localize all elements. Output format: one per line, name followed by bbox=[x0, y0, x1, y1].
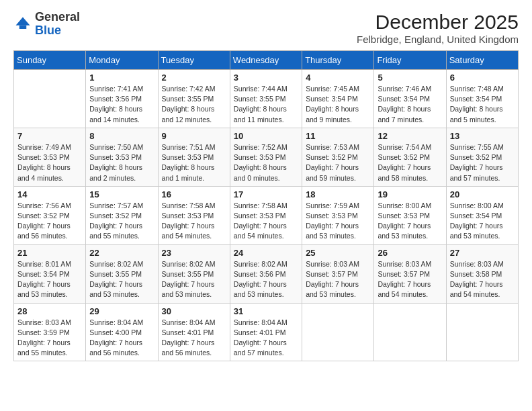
calendar-day-cell: 25Sunrise: 8:03 AM Sunset: 3:57 PM Dayli… bbox=[302, 244, 374, 303]
calendar-header-row: Sunday Monday Tuesday Wednesday Thursday… bbox=[14, 51, 519, 70]
day-number: 6 bbox=[450, 73, 515, 83]
day-info: Sunrise: 7:52 AM Sunset: 3:53 PM Dayligh… bbox=[234, 142, 298, 183]
day-info: Sunrise: 7:55 AM Sunset: 3:52 PM Dayligh… bbox=[450, 142, 515, 183]
calendar-day-cell: 11Sunrise: 7:53 AM Sunset: 3:52 PM Dayli… bbox=[302, 128, 374, 186]
day-info: Sunrise: 7:54 AM Sunset: 3:52 PM Dayligh… bbox=[378, 142, 442, 183]
calendar-day-cell: 5Sunrise: 7:46 AM Sunset: 3:54 PM Daylig… bbox=[374, 70, 446, 128]
logo-blue: Blue bbox=[35, 24, 61, 37]
day-info: Sunrise: 7:41 AM Sunset: 3:56 PM Dayligh… bbox=[89, 84, 154, 125]
calendar-day-cell: 28Sunrise: 8:03 AM Sunset: 3:59 PM Dayli… bbox=[14, 303, 86, 361]
day-info: Sunrise: 8:04 AM Sunset: 4:01 PM Dayligh… bbox=[234, 318, 298, 359]
calendar-day-cell: 22Sunrise: 8:02 AM Sunset: 3:55 PM Dayli… bbox=[86, 244, 158, 303]
day-number: 19 bbox=[378, 189, 442, 199]
day-info: Sunrise: 7:56 AM Sunset: 3:52 PM Dayligh… bbox=[17, 201, 82, 242]
day-info: Sunrise: 8:03 AM Sunset: 3:57 PM Dayligh… bbox=[378, 259, 442, 300]
calendar-day-cell: 19Sunrise: 8:00 AM Sunset: 3:53 PM Dayli… bbox=[374, 186, 446, 244]
day-info: Sunrise: 8:04 AM Sunset: 4:01 PM Dayligh… bbox=[162, 318, 226, 359]
day-info: Sunrise: 7:46 AM Sunset: 3:54 PM Dayligh… bbox=[378, 84, 442, 125]
calendar-day-cell: 7Sunrise: 7:49 AM Sunset: 3:53 PM Daylig… bbox=[14, 128, 86, 186]
col-wednesday: Wednesday bbox=[230, 51, 302, 70]
day-info: Sunrise: 7:57 AM Sunset: 3:52 PM Dayligh… bbox=[89, 201, 154, 242]
calendar-day-cell: 6Sunrise: 7:48 AM Sunset: 3:54 PM Daylig… bbox=[446, 70, 518, 128]
day-number: 4 bbox=[306, 73, 370, 83]
day-info: Sunrise: 8:01 AM Sunset: 3:54 PM Dayligh… bbox=[17, 259, 82, 300]
calendar-day-cell: 1Sunrise: 7:41 AM Sunset: 3:56 PM Daylig… bbox=[86, 70, 158, 128]
day-info: Sunrise: 7:59 AM Sunset: 3:53 PM Dayligh… bbox=[306, 201, 370, 242]
day-number: 15 bbox=[89, 189, 154, 199]
day-info: Sunrise: 7:49 AM Sunset: 3:53 PM Dayligh… bbox=[17, 142, 82, 183]
day-info: Sunrise: 8:02 AM Sunset: 3:55 PM Dayligh… bbox=[89, 259, 154, 300]
col-monday: Monday bbox=[86, 51, 158, 70]
day-number: 20 bbox=[450, 189, 515, 199]
day-info: Sunrise: 7:42 AM Sunset: 3:55 PM Dayligh… bbox=[162, 84, 226, 125]
title-block: December 2025 Felbridge, England, United… bbox=[357, 11, 519, 45]
day-number: 11 bbox=[306, 131, 370, 141]
calendar-day-cell: 31Sunrise: 8:04 AM Sunset: 4:01 PM Dayli… bbox=[230, 303, 302, 361]
calendar-day-cell: 13Sunrise: 7:55 AM Sunset: 3:52 PM Dayli… bbox=[446, 128, 518, 186]
page-container: General Blue December 2025 Felbridge, En… bbox=[0, 0, 532, 368]
logo: General Blue bbox=[13, 11, 80, 38]
calendar-day-cell: 16Sunrise: 7:58 AM Sunset: 3:53 PM Dayli… bbox=[158, 186, 230, 244]
calendar-day-cell: 18Sunrise: 7:59 AM Sunset: 3:53 PM Dayli… bbox=[302, 186, 374, 244]
calendar-day-cell bbox=[446, 303, 518, 361]
calendar-day-cell bbox=[302, 303, 374, 361]
col-thursday: Thursday bbox=[302, 51, 374, 70]
svg-marker-0 bbox=[16, 17, 30, 25]
day-number: 7 bbox=[17, 131, 82, 141]
calendar-day-cell: 3Sunrise: 7:44 AM Sunset: 3:55 PM Daylig… bbox=[230, 70, 302, 128]
day-number: 22 bbox=[89, 248, 154, 258]
day-number: 16 bbox=[162, 189, 226, 199]
logo-icon bbox=[13, 15, 32, 34]
day-info: Sunrise: 7:48 AM Sunset: 3:54 PM Dayligh… bbox=[450, 84, 515, 125]
calendar-day-cell bbox=[374, 303, 446, 361]
day-number: 28 bbox=[17, 306, 82, 316]
day-number: 25 bbox=[306, 248, 370, 258]
logo-text: General Blue bbox=[35, 11, 80, 38]
day-number: 24 bbox=[234, 248, 298, 258]
day-number: 23 bbox=[162, 248, 226, 258]
location: Felbridge, England, United Kingdom bbox=[357, 34, 519, 45]
day-info: Sunrise: 7:45 AM Sunset: 3:54 PM Dayligh… bbox=[306, 84, 370, 125]
calendar-day-cell: 29Sunrise: 8:04 AM Sunset: 4:00 PM Dayli… bbox=[86, 303, 158, 361]
day-number: 31 bbox=[234, 306, 298, 316]
calendar-day-cell: 4Sunrise: 7:45 AM Sunset: 3:54 PM Daylig… bbox=[302, 70, 374, 128]
day-number: 26 bbox=[378, 248, 442, 258]
calendar-day-cell: 23Sunrise: 8:02 AM Sunset: 3:55 PM Dayli… bbox=[158, 244, 230, 303]
calendar-day-cell: 8Sunrise: 7:50 AM Sunset: 3:53 PM Daylig… bbox=[86, 128, 158, 186]
calendar-day-cell: 10Sunrise: 7:52 AM Sunset: 3:53 PM Dayli… bbox=[230, 128, 302, 186]
day-info: Sunrise: 8:02 AM Sunset: 3:55 PM Dayligh… bbox=[162, 259, 226, 300]
day-number: 8 bbox=[89, 131, 154, 141]
day-number: 12 bbox=[378, 131, 442, 141]
month-title: December 2025 bbox=[357, 11, 519, 34]
day-number: 18 bbox=[306, 189, 370, 199]
day-info: Sunrise: 8:02 AM Sunset: 3:56 PM Dayligh… bbox=[234, 259, 298, 300]
day-info: Sunrise: 8:03 AM Sunset: 3:59 PM Dayligh… bbox=[17, 318, 82, 359]
day-number: 9 bbox=[162, 131, 226, 141]
day-info: Sunrise: 7:44 AM Sunset: 3:55 PM Dayligh… bbox=[234, 84, 298, 125]
calendar-day-cell: 9Sunrise: 7:51 AM Sunset: 3:53 PM Daylig… bbox=[158, 128, 230, 186]
calendar-day-cell: 26Sunrise: 8:03 AM Sunset: 3:57 PM Dayli… bbox=[374, 244, 446, 303]
calendar-day-cell: 17Sunrise: 7:58 AM Sunset: 3:53 PM Dayli… bbox=[230, 186, 302, 244]
day-info: Sunrise: 8:04 AM Sunset: 4:00 PM Dayligh… bbox=[89, 318, 154, 359]
calendar-week-row: 28Sunrise: 8:03 AM Sunset: 3:59 PM Dayli… bbox=[14, 303, 519, 361]
calendar-table: Sunday Monday Tuesday Wednesday Thursday… bbox=[13, 50, 519, 361]
day-number: 17 bbox=[234, 189, 298, 199]
calendar-day-cell: 14Sunrise: 7:56 AM Sunset: 3:52 PM Dayli… bbox=[14, 186, 86, 244]
col-friday: Friday bbox=[374, 51, 446, 70]
calendar-week-row: 14Sunrise: 7:56 AM Sunset: 3:52 PM Dayli… bbox=[14, 186, 519, 244]
day-number: 5 bbox=[378, 73, 442, 83]
day-number: 21 bbox=[17, 248, 82, 258]
day-info: Sunrise: 8:00 AM Sunset: 3:53 PM Dayligh… bbox=[378, 201, 442, 242]
day-number: 10 bbox=[234, 131, 298, 141]
day-info: Sunrise: 8:00 AM Sunset: 3:54 PM Dayligh… bbox=[450, 201, 515, 242]
day-number: 13 bbox=[450, 131, 515, 141]
calendar-week-row: 7Sunrise: 7:49 AM Sunset: 3:53 PM Daylig… bbox=[14, 128, 519, 186]
calendar-day-cell: 20Sunrise: 8:00 AM Sunset: 3:54 PM Dayli… bbox=[446, 186, 518, 244]
calendar-week-row: 1Sunrise: 7:41 AM Sunset: 3:56 PM Daylig… bbox=[14, 70, 519, 128]
calendar-day-cell: 12Sunrise: 7:54 AM Sunset: 3:52 PM Dayli… bbox=[374, 128, 446, 186]
day-info: Sunrise: 7:58 AM Sunset: 3:53 PM Dayligh… bbox=[234, 201, 298, 242]
day-info: Sunrise: 7:53 AM Sunset: 3:52 PM Dayligh… bbox=[306, 142, 370, 183]
day-number: 2 bbox=[162, 73, 226, 83]
calendar-day-cell: 21Sunrise: 8:01 AM Sunset: 3:54 PM Dayli… bbox=[14, 244, 86, 303]
calendar-day-cell bbox=[14, 70, 86, 128]
